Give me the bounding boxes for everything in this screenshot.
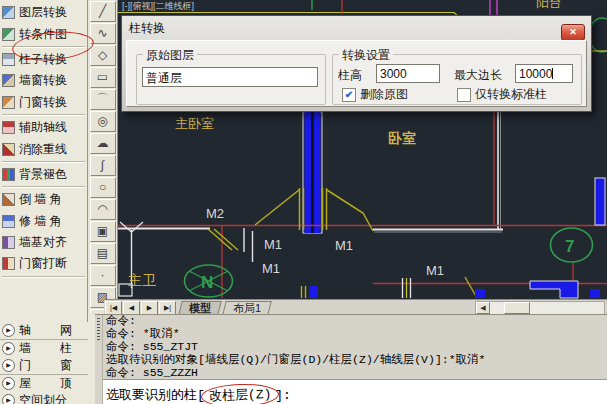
make-block-tool-icon[interactable]: ▤ [90, 243, 116, 264]
column-blue [475, 289, 485, 298]
arc-tool-icon[interactable]: ⌒ [90, 89, 116, 110]
sidebar-separator [2, 276, 85, 278]
door-window-break-icon [2, 257, 15, 270]
command-prompt: 选取要识别的柱[改柱层(Z)]: [103, 380, 607, 404]
convert-settings-group-label: 转换设置 [339, 47, 393, 64]
door-tag-m1: M1 [426, 263, 444, 278]
ellipse-arc-tool-icon[interactable]: ◠ [90, 199, 116, 220]
max-side-input[interactable]: 10000 [515, 64, 573, 83]
rectangle-tool-icon[interactable]: ▭ [90, 67, 116, 88]
door-leaf-yellow [214, 229, 238, 250]
sidebar-separator [2, 46, 85, 48]
condition-drawing-icon [2, 28, 15, 41]
sidebar-group-door-window[interactable]: ▶ 门 窗 [0, 357, 88, 375]
scrollbar-thumb[interactable] [504, 302, 530, 314]
delete-original-label: 删除原图 [360, 86, 408, 103]
command-history-line: 命令: s55_ZZZH [103, 367, 607, 379]
delete-original-checkbox[interactable]: ✔ [342, 88, 356, 102]
sidebar-item-wall-window-convert[interactable]: 墙窗转换 [0, 70, 87, 91]
standard-only-checkbox[interactable] [457, 88, 471, 102]
expand-arrow-icon: ▶ [2, 324, 15, 337]
repair-wall-corner-icon [2, 215, 15, 228]
door-leaf-yellow [255, 190, 299, 225]
dialog-title: 柱转换 [129, 20, 165, 37]
layout-tabbar: |◀ ◀ ▶ ▶| 模型 布局1 ◀ [104, 299, 607, 315]
sidebar-item-door-window-break[interactable]: 门窗打断 [0, 253, 87, 274]
scroll-left-icon[interactable]: ◀ [476, 302, 490, 314]
tab-nav-next-icon[interactable]: ▶ [141, 301, 158, 315]
source-layer-input[interactable]: 普通层 [142, 67, 318, 87]
point-tool-icon[interactable]: · [90, 265, 116, 286]
standard-only-label: 仅转换标准柱 [475, 86, 547, 103]
tab-model[interactable]: 模型 [178, 301, 221, 315]
source-layer-group-label: 原始图层 [143, 47, 197, 64]
sidebar-group-space-division[interactable]: ▶ 空间划分 [0, 392, 88, 404]
svg-text:7: 7 [565, 237, 574, 256]
sidebar-item-background-fade[interactable]: 背景褪色 [0, 164, 87, 185]
column-blue [590, 289, 600, 298]
sidebar-group-roof[interactable]: ▶ 屋 顶 [0, 375, 88, 393]
sidebar-separator [2, 186, 85, 188]
expand-arrow-icon: ▶ [2, 342, 15, 355]
line-tool-icon[interactable]: ╱ [90, 1, 116, 22]
command-window-grip[interactable] [95, 315, 103, 404]
max-side-label: 最大边长 [454, 67, 502, 84]
tab-nav-first-icon[interactable]: |◀ [105, 301, 122, 315]
command-window: 命令: 命令: *取消* 命令: s55_ZTJT 选取待识别的对象[墙线层(Q… [95, 314, 607, 404]
revision-cloud-tool-icon[interactable]: ☁ [90, 133, 116, 154]
command-history-line: 命令: [103, 315, 607, 328]
app-window: { "window": { "viewport_label": "[-][俯视]… [0, 0, 607, 404]
wall-window-convert-icon [2, 74, 15, 87]
column-blue-L [530, 281, 578, 298]
polyline-tool-icon[interactable]: ∿ [90, 23, 116, 44]
fillet-wall-corner-icon [2, 193, 15, 206]
spline-tool-icon[interactable]: ∫ [90, 155, 116, 176]
insert-block-tool-icon[interactable]: ▣ [90, 221, 116, 242]
tool-sidebar: 图层转换 转条件图 柱子转换 墙窗转换 门窗转换 辅助轴线 消除重线 背景褪色 … [0, 0, 88, 404]
tab-nav-prev-icon[interactable]: ◀ [123, 301, 140, 315]
circle-tool-icon[interactable]: ◎ [90, 111, 116, 132]
sidebar-item-wall-base-align[interactable]: 墙基对齐 [0, 232, 87, 253]
sidebar-group-axis-grid[interactable]: ▶ 轴 网 [0, 322, 88, 340]
sidebar-item-aux-axis[interactable]: 辅助轴线 [0, 117, 87, 138]
sidebar-separator [2, 161, 85, 163]
command-history[interactable]: 命令: 命令: *取消* 命令: s55_ZTJT 选取待识别的对象[墙线层(Q… [103, 315, 607, 379]
polygon-tool-icon[interactable]: ◇ [90, 45, 116, 66]
column-convert-dialog: 柱转换 ✕ 原始图层 普通层 转换设置 柱高 3000 最大边长 10000 ✔… [121, 15, 592, 112]
sidebar-item-repair-wall-corner[interactable]: 修 墙 角 [0, 211, 87, 232]
tab-nav-last-icon[interactable]: ▶| [159, 301, 176, 315]
aux-axis-icon [2, 121, 15, 134]
draw-toolbar: ╱ ∿ ◇ ▭ ⌒ ◎ ☁ ∫ ○ ◠ ▣ ▤ · ▨ ▩ ◧ [88, 0, 118, 314]
sidebar-item-column-convert[interactable]: 柱子转换 [0, 49, 87, 70]
background-fade-icon [2, 168, 15, 181]
viewport-control-label[interactable]: [-][俯视][二维线框] [122, 1, 194, 11]
sidebar-item-layer-convert[interactable]: 图层转换 [0, 2, 87, 23]
sidebar-item-fillet-wall-corner[interactable]: 倒 墙 角 [0, 189, 87, 210]
tab-layout1[interactable]: 布局1 [222, 301, 272, 315]
room-label-balcony: 阳台 [536, 0, 562, 10]
column-convert-icon [2, 53, 15, 66]
sidebar-item-remove-duplicates[interactable]: 消除重线 [0, 138, 87, 159]
sidebar-group-wall-column[interactable]: ▶ 墙 柱 [0, 340, 88, 358]
command-input-area[interactable]: 选取要识别的柱[改柱层(Z)]: [103, 379, 607, 404]
horizontal-scrollbar[interactable]: ◀ [475, 301, 605, 315]
command-history-line: 选取待识别的对象[墙线层(Q)/门窗层(D)/柱层(Z)/轴线层(V)]:*取消… [103, 354, 607, 367]
remove-duplicates-icon [2, 143, 15, 156]
wall-base-align-icon [2, 236, 15, 249]
room-label-bedroom: 卧室 [388, 130, 416, 146]
axis-bubble-7: 7 [551, 228, 593, 262]
door-tag-m1: M1 [335, 238, 353, 253]
room-label-master-bedroom: 主卧室 [175, 116, 214, 131]
text-caret [552, 68, 553, 79]
expand-arrow-icon: ▶ [2, 394, 15, 404]
ellipse-tool-icon[interactable]: ○ [90, 177, 116, 198]
delete-original-checkbox-row: ✔ 删除原图 [342, 86, 408, 103]
svg-text:N: N [201, 273, 213, 292]
expand-arrow-icon: ▶ [2, 359, 15, 372]
sidebar-item-condition-drawing[interactable]: 转条件图 [0, 23, 87, 44]
dialog-titlebar[interactable]: 柱转换 [122, 16, 591, 40]
room-label-master-bath: 主卫 [128, 272, 156, 288]
sidebar-item-door-window-convert[interactable]: 门窗转换 [0, 92, 87, 113]
close-icon[interactable]: ✕ [561, 24, 585, 41]
column-height-input[interactable]: 3000 [376, 64, 440, 83]
